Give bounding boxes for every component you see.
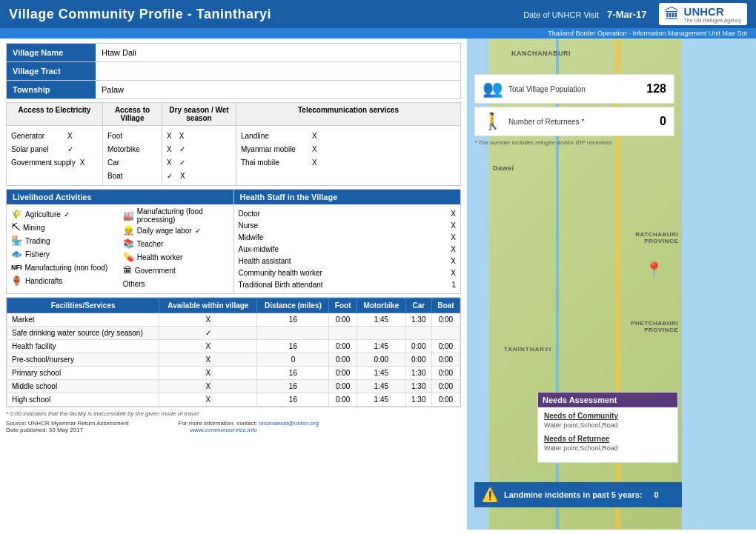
- th-foot: Foot: [329, 298, 357, 313]
- facility-moto-water: [357, 327, 405, 340]
- agriculture-label: Agriculture: [25, 210, 61, 218]
- returnees-icon: 🚶: [483, 112, 503, 131]
- facility-foot-middle: 0:00: [329, 380, 357, 393]
- fishery-icon: 🐟: [11, 249, 22, 259]
- facility-moto-preschool: 0:00: [357, 353, 405, 367]
- landmine-box: ⚠️ Landmine incidents in past 5 years: 0: [474, 482, 682, 507]
- facilities-tbody: Market X 16 0:00 1:45 1:30 0:00 Safe dri…: [7, 313, 460, 407]
- title-sub: Tanintharyi: [196, 7, 271, 21]
- health-assistant-value: X: [451, 257, 456, 265]
- dry-wet-2: X ✓: [167, 156, 231, 169]
- doctor-value: X: [451, 210, 456, 218]
- township-row: Township Palaw: [7, 81, 460, 99]
- facility-moto-primary: 1:45: [357, 367, 405, 380]
- livelihood-col2: 🏭 Manufacturing (food processing) 👷 Dail…: [123, 207, 229, 290]
- livelihood-item-fishery: 🐟 Fishery: [11, 247, 117, 261]
- midwife-label: Midwife: [239, 233, 264, 241]
- telecom-label-0: Landline: [241, 132, 308, 140]
- facility-name-water: Safe drinking water source (dry season): [7, 327, 159, 340]
- nurse-label: Nurse: [239, 221, 259, 230]
- th-distance: Distance (miles): [257, 298, 329, 313]
- facility-boat-market: 0:00: [431, 313, 460, 327]
- wet-2: ✓: [179, 158, 185, 167]
- health-worker-label: Health worker: [137, 253, 183, 261]
- health-assistant-label: Health assistant: [239, 257, 291, 265]
- nfi-icon: NFI: [11, 264, 22, 271]
- facility-boat-water: [431, 327, 460, 340]
- facility-dist-middle: 16: [257, 380, 329, 393]
- livelihood-item-healthworker: 💊 Health worker: [123, 250, 229, 264]
- facility-dist-health: 16: [257, 340, 329, 353]
- facility-car-water: [405, 327, 431, 340]
- elec-label-1: Solar panel: [11, 145, 63, 153]
- midwife-value: X: [451, 233, 456, 241]
- sea-right: [682, 39, 756, 530]
- map-background: KANCHANABURI Dawei RATCHABURIPROVINCE PH…: [467, 39, 756, 530]
- teacher-icon: 📚: [123, 238, 134, 249]
- daily-wage-label: Daily wage labor: [137, 227, 192, 235]
- doctor-label: Doctor: [239, 210, 260, 218]
- landmine-value: 0: [654, 490, 658, 499]
- facility-name-primary: Primary school: [7, 367, 159, 380]
- facility-name-health: Health facility: [7, 340, 159, 353]
- kanchanaburi-label: KANCHANABURI: [511, 50, 571, 57]
- village-tract-row: Village Tract: [7, 62, 460, 81]
- health-staff-block: Health Staff in the Village Doctor X Nur…: [234, 190, 461, 293]
- health-row-midwife: Midwife X: [239, 231, 457, 243]
- date-value: 7-Mar-17: [607, 9, 646, 20]
- landmine-icon: ⚠️: [482, 487, 498, 503]
- contact-label: For more information, contact:: [179, 420, 258, 427]
- table-row: High school X 16 0:00 1:45 1:30 0:00: [7, 393, 460, 407]
- livelihood-content: 🌾 Agriculture ✓ ⛏ Mining 🏪 Trading: [7, 204, 233, 293]
- government-label: Government: [135, 267, 176, 275]
- facility-boat-high: 0:00: [431, 393, 460, 407]
- livelihood-health-section: Livelihood Activities 🌾 Agriculture ✓ ⛏ …: [6, 189, 461, 294]
- elec-val-2: X: [80, 158, 85, 167]
- dry-wet-vals-1: X ✓: [167, 145, 185, 153]
- access-body: Generator X Solar panel ✓ Government sup…: [7, 126, 460, 185]
- fishery-label: Fishery: [25, 250, 50, 258]
- telecom-val-0: X: [312, 132, 317, 140]
- handicrafts-icon: 🏺: [11, 276, 22, 286]
- map-pin: 📍: [645, 261, 663, 278]
- handicrafts-label: Handicrafts: [25, 277, 63, 285]
- sub-header: Thailand Border Operation - Information …: [0, 28, 756, 39]
- telecom-val-2: X: [312, 158, 317, 167]
- table-row: Safe drinking water source (dry season) …: [7, 327, 460, 340]
- facility-car-market: 1:30: [405, 313, 431, 327]
- dry-wet-0: X X: [167, 129, 231, 142]
- access-header: Access to Electricity Access to Village …: [7, 103, 460, 126]
- source-text: Source: UNHCR Myanmar Return Assessment: [6, 420, 129, 427]
- livelihood-item-agriculture: 🌾 Agriculture ✓: [11, 207, 117, 221]
- right-panel: KANCHANABURI Dawei RATCHABURIPROVINCE PH…: [467, 39, 756, 530]
- telecom-val-1: X: [312, 145, 317, 153]
- dry-wet-vals-0: X X: [167, 132, 184, 140]
- th-car: Car: [405, 298, 431, 313]
- facility-foot-preschool: 0:00: [329, 353, 357, 367]
- health-row-community: Community health worker X: [239, 267, 457, 278]
- th-facilities: Facilities/Services: [7, 298, 159, 313]
- livelihood-item-handicrafts: 🏺 Handicrafts: [11, 274, 117, 287]
- th-available: Available within village: [159, 298, 257, 313]
- facility-car-high: 1:30: [405, 393, 431, 407]
- returnees-note: * The number includes refugee and/or IDP…: [474, 139, 756, 146]
- livelihood-item-nonfood: NFI Manufacturing (non food): [11, 261, 117, 274]
- footer-left: Source: UNHCR Myanmar Return Assessment …: [6, 420, 461, 433]
- method-label-2: Car: [107, 158, 119, 167]
- livelihood-item-trading: 🏪 Trading: [11, 234, 117, 247]
- returnees-value: 0: [660, 115, 666, 128]
- access-method-0: Foot: [107, 129, 157, 142]
- aux-midwife-label: Aux-midwife: [239, 245, 279, 253]
- village-name-value: Htaw Dali: [96, 45, 460, 60]
- dry-wet-vals-2: X ✓: [167, 158, 185, 167]
- elec-label-0: Generator: [11, 132, 63, 140]
- wet-3: X: [180, 172, 185, 180]
- facilities-header-row: Facilities/Services Available within vil…: [7, 298, 460, 313]
- access-col-header: Access to Village: [103, 103, 162, 125]
- wet-0: X: [179, 132, 185, 140]
- agriculture-check: ✓: [64, 210, 70, 218]
- unhcr-logo: 🏛 UNHCR The UN Refugee Agency: [659, 3, 747, 25]
- health-row-tba: Traditional Birth attendant 1: [239, 278, 457, 290]
- facility-boat-preschool: 0:00: [431, 353, 460, 367]
- main-layout: Village Name Htaw Dali Village Tract Tow…: [0, 39, 756, 530]
